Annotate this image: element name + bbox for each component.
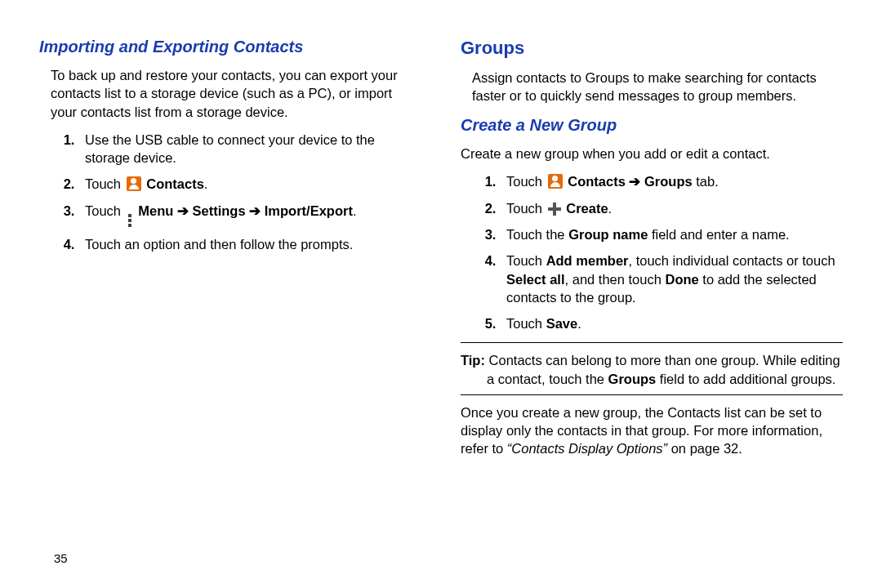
menu-icon — [128, 214, 131, 227]
cg1-contacts: Contacts — [568, 174, 626, 189]
cg2-create: Create — [566, 201, 608, 216]
cg2-end: . — [608, 201, 612, 216]
step-3-touch: Touch — [85, 203, 125, 218]
after-c: on page 32. — [667, 441, 742, 456]
tip-c: field to add additional groups. — [656, 372, 835, 386]
step-3-menu: Menu — [138, 203, 173, 218]
heading-create-group: Create a New Group — [461, 114, 843, 136]
cg3-a: Touch the — [506, 227, 568, 242]
cg4-f: Done — [665, 272, 698, 287]
cg3-b: Group name — [568, 227, 648, 242]
heading-groups: Groups — [461, 36, 843, 60]
tip-block: Tip: Contacts can belong to more than on… — [461, 351, 843, 388]
cg4-a: Touch — [506, 253, 546, 268]
divider — [461, 394, 843, 395]
right-column: Groups Assign contacts to Groups to make… — [461, 36, 843, 572]
cg-step-2: Touch Create. — [500, 199, 843, 217]
cg4-b: Add member — [546, 253, 629, 268]
step-2-touch: Touch — [85, 176, 125, 191]
tip-b: Groups — [608, 372, 657, 386]
step-3-ie: Import/Export — [265, 203, 353, 218]
arrow-icon: ➔ — [173, 203, 192, 218]
step-2-end: . — [204, 176, 208, 191]
after-b: “Contacts Display Options” — [507, 441, 667, 456]
step-2: Touch Contacts. — [78, 175, 421, 193]
step-1: Use the USB cable to connect your device… — [78, 131, 421, 167]
heading-import-export: Importing and Exporting Contacts — [39, 36, 421, 58]
arrow-icon: ➔ — [626, 174, 644, 189]
tip-label: Tip: — [461, 353, 485, 368]
contacts-icon — [127, 176, 141, 191]
step-3-end: . — [353, 203, 357, 218]
divider — [461, 342, 843, 343]
left-column: Importing and Exporting Contacts To back… — [39, 36, 421, 572]
cg4-d: Select all — [506, 272, 565, 287]
cg4-c: , touch individual contacts or touch — [628, 253, 835, 268]
cg4-e: , and then touch — [565, 272, 666, 287]
cg5-a: Touch — [506, 316, 546, 331]
cg5-b: Save — [546, 316, 578, 331]
step-3: Touch Menu ➔ Settings ➔ Import/Export. — [78, 202, 421, 227]
cg5-c: . — [577, 316, 581, 331]
cg1-groups: Groups — [644, 174, 693, 189]
cg3-c: field and enter a name. — [648, 227, 789, 242]
step-2-contacts: Contacts — [146, 176, 204, 191]
page-container: Importing and Exporting Contacts To back… — [0, 0, 882, 588]
steps-create-group: Touch Contacts ➔ Groups tab. Touch Creat… — [461, 172, 843, 332]
page-number: 35 — [54, 551, 68, 565]
cg-step-1: Touch Contacts ➔ Groups tab. — [500, 172, 843, 190]
cg1-tab: tab. — [693, 174, 719, 189]
step-4: Touch an option and then follow the prom… — [78, 235, 421, 253]
cg1-touch: Touch — [506, 174, 546, 189]
step-3-settings: Settings — [192, 203, 245, 218]
cg-step-3: Touch the Group name field and enter a n… — [500, 225, 843, 243]
contacts-icon — [548, 174, 563, 189]
intro-create-group: Create a new group when you add or edit … — [461, 145, 843, 163]
after-note: Once you create a new group, the Contact… — [461, 403, 843, 458]
arrow-icon: ➔ — [246, 203, 265, 218]
steps-import-export: Use the USB cable to connect your device… — [39, 131, 421, 253]
cg-step-5: Touch Save. — [500, 314, 843, 332]
cg2-touch: Touch — [506, 201, 546, 216]
intro-groups: Assign contacts to Groups to make search… — [461, 69, 843, 105]
cg-step-4: Touch Add member, touch individual conta… — [500, 252, 843, 306]
plus-icon — [548, 203, 561, 216]
intro-import-export: To back up and restore your contacts, yo… — [39, 66, 421, 121]
